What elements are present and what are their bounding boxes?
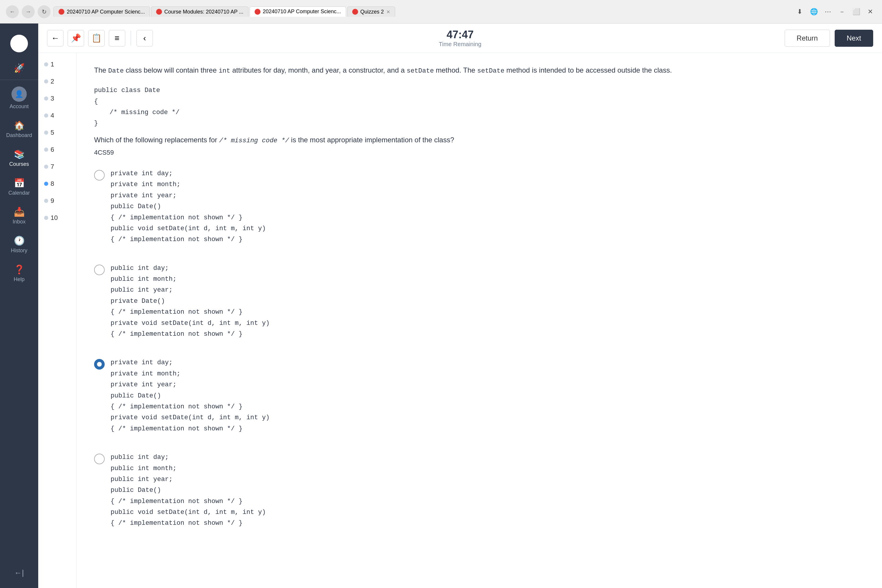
radio-d[interactable] [94, 454, 105, 464]
q-dot-2 [44, 80, 48, 84]
sidebar-divider [0, 80, 38, 80]
code-example-block: public class Date { /* missing code */ } [94, 85, 864, 129]
q-dot-5 [44, 130, 48, 135]
tab-2[interactable]: Course Modules: 20240710 AP ... [151, 6, 248, 17]
answer-code-c: private int day; private int month; priv… [111, 357, 270, 434]
question-id: 4CS59 [94, 149, 864, 156]
calendar-icon: 📅 [14, 178, 25, 188]
return-button[interactable]: Return [784, 30, 830, 47]
forward-button[interactable]: → [22, 5, 35, 18]
tab-4[interactable]: Quizzes 2 ✕ [347, 6, 395, 17]
sidebar-history-label: History [11, 248, 27, 254]
sidebar-bottom: ←| [0, 564, 38, 582]
code-line-3: /* missing code */ [94, 107, 864, 118]
question-num-7[interactable]: 7 [38, 158, 76, 175]
radio-a[interactable] [94, 170, 105, 180]
list-button[interactable]: ≡ [109, 30, 125, 46]
back-nav-button[interactable]: ← [47, 30, 63, 46]
sidebar-item-dashboard[interactable]: 🏠 Dashboard [0, 115, 38, 144]
sidebar-item-courses[interactable]: 📚 Courses [0, 144, 38, 172]
history-icon: 🕐 [14, 236, 25, 246]
code-setdate-method: setDate [406, 68, 434, 75]
code-date-class: Date [108, 68, 124, 75]
question-num-8[interactable]: 8 [38, 175, 76, 192]
q-num-label-10: 10 [51, 214, 58, 222]
tab-favicon-4 [352, 9, 358, 15]
q-num-label-1: 1 [51, 61, 54, 68]
question-num-2[interactable]: 2 [38, 73, 76, 90]
sidebar-item-inbox[interactable]: 📥 Inbox [0, 201, 38, 230]
q-num-label-3: 3 [51, 94, 54, 102]
tab-1-label: 20240710 AP Computer Scienc... [67, 9, 145, 15]
q-num-label-5: 5 [51, 129, 54, 136]
timer-label: Time Remaining [439, 41, 482, 48]
dashboard-icon: 🏠 [14, 120, 25, 130]
sidebar-item-help[interactable]: ❓ Help [0, 259, 38, 288]
sidebar: 🚀 👤 Account 🏠 Dashboard 📚 Courses 📅 Cale… [0, 24, 38, 588]
sidebar-item-history[interactable]: 🕐 History [0, 230, 38, 259]
timer-display: 47:47 [447, 28, 474, 41]
sidebar-item-calendar[interactable]: 📅 Calendar [0, 172, 38, 201]
sidebar-collapse-button[interactable]: ←| [10, 564, 29, 582]
main-content: 1 2 3 4 5 [38, 53, 882, 588]
question-num-4[interactable]: 4 [38, 107, 76, 124]
chevron-left-button[interactable]: ‹ [136, 30, 153, 46]
sidebar-inbox-label: Inbox [13, 219, 26, 225]
refresh-button[interactable]: ↻ [38, 5, 51, 18]
q-num-label-7: 7 [51, 163, 54, 171]
browser-chrome: ← → ↻ 20240710 AP Computer Scienc... Cou… [0, 0, 882, 24]
question-intro: The Date class below will contain three … [94, 64, 864, 76]
code-line-2: { [94, 96, 864, 107]
question-number-panel: 1 2 3 4 5 [38, 53, 76, 588]
close-window-icon[interactable]: ✕ [864, 6, 876, 18]
top-bar-center: 47:47 Time Remaining [439, 28, 482, 48]
downloads-icon[interactable]: ⬇ [794, 6, 806, 18]
tab-4-close[interactable]: ✕ [386, 9, 390, 15]
q-num-label-9: 9 [51, 197, 54, 205]
answer-option-d: public int day; public int month; public… [94, 449, 864, 532]
sidebar-dashboard-label: Dashboard [6, 132, 32, 138]
answer-option-a: private int day; private int month; priv… [94, 165, 864, 248]
next-button[interactable]: Next [835, 30, 873, 47]
question-num-1[interactable]: 1 [38, 56, 76, 73]
answer-option-c: private int day; private int month; priv… [94, 354, 864, 437]
answer-code-a: private int day; private int month; priv… [111, 168, 266, 245]
code-missing-inline: /* missing code */ [219, 137, 289, 144]
sidebar-calendar-label: Calendar [8, 190, 30, 196]
q-num-label-8: 8 [51, 180, 54, 188]
back-button[interactable]: ← [6, 5, 19, 18]
sidebar-item-account[interactable]: 👤 Account [0, 81, 38, 115]
tab-3[interactable]: 20240710 AP Computer Scienc... [250, 6, 346, 17]
app-layout: 🚀 👤 Account 🏠 Dashboard 📚 Courses 📅 Cale… [0, 24, 882, 588]
tab-favicon-3 [255, 9, 261, 15]
menu-icon[interactable]: ⋯ [822, 6, 834, 18]
tab-favicon-2 [156, 9, 162, 15]
inbox-icon: 📥 [14, 207, 25, 217]
radio-b[interactable] [94, 265, 105, 275]
q-dot-4 [44, 114, 48, 118]
code-line-4: } [94, 118, 864, 129]
question-num-5[interactable]: 5 [38, 124, 76, 141]
courses-icon: 📚 [14, 149, 25, 159]
maximize-icon[interactable]: ⬜ [850, 6, 862, 18]
radio-c[interactable] [94, 359, 105, 369]
notebook-button[interactable]: 📋 [88, 30, 105, 46]
q-num-label-6: 6 [51, 146, 54, 153]
pin-button[interactable]: 📌 [68, 30, 84, 46]
question-num-3[interactable]: 3 [38, 90, 76, 107]
q-dot-9 [44, 199, 48, 203]
sidebar-logo [0, 29, 38, 58]
q-num-label-2: 2 [51, 78, 54, 85]
q-dot-1 [44, 62, 48, 66]
question-num-10[interactable]: 10 [38, 209, 76, 226]
q-dot-7 [44, 165, 48, 169]
q-dot-6 [44, 148, 48, 152]
minimize-icon[interactable]: － [836, 6, 848, 18]
topbar-divider [130, 31, 131, 46]
question-num-9[interactable]: 9 [38, 192, 76, 209]
tab-1[interactable]: 20240710 AP Computer Scienc... [54, 6, 150, 17]
sidebar-rocket[interactable]: 🚀 [0, 58, 38, 78]
question-body: The Date class below will contain three … [76, 53, 882, 588]
question-num-6[interactable]: 6 [38, 141, 76, 158]
globe-icon[interactable]: 🌐 [808, 6, 820, 18]
